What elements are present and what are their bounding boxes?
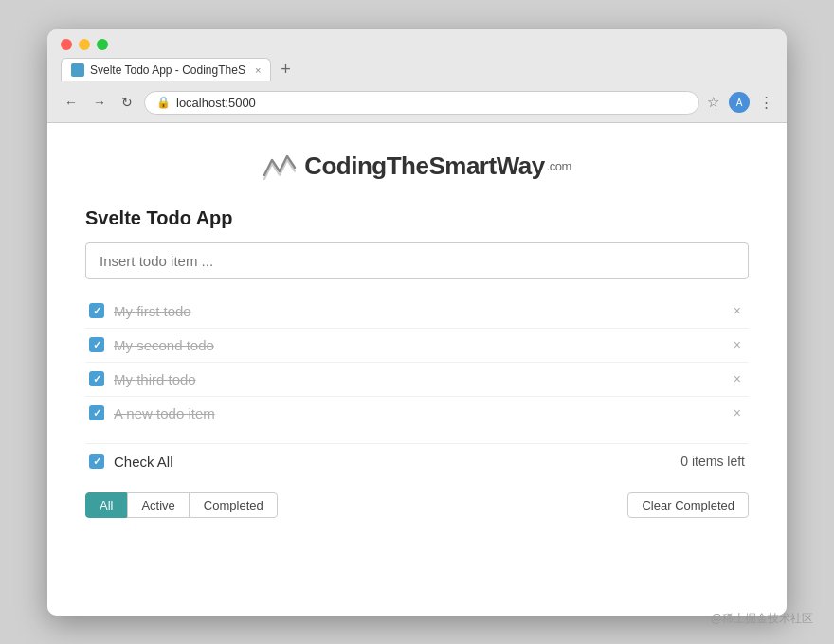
logo-com: .com	[547, 159, 571, 173]
filter-buttons: All Active Completed	[85, 492, 278, 518]
tab-favicon	[71, 63, 84, 77]
todo-checkbox-1[interactable]: ✓	[89, 303, 104, 318]
todo-item: ✓ My third todo ×	[85, 363, 749, 397]
items-left: 0 items left	[680, 454, 745, 469]
user-avatar[interactable]: A	[729, 92, 750, 113]
bookmark-icon[interactable]: ☆	[707, 94, 719, 111]
clear-completed-button[interactable]: Clear Completed	[627, 492, 749, 518]
refresh-button[interactable]: ↻	[118, 93, 136, 112]
todo-item: ✓ My first todo ×	[85, 295, 749, 329]
todo-footer: ✓ Check All 0 items left	[85, 443, 749, 479]
todo-delete-3[interactable]: ×	[730, 371, 745, 386]
todo-checkbox-4[interactable]: ✓	[89, 405, 104, 420]
todo-checkbox-2[interactable]: ✓	[89, 337, 104, 352]
todo-input[interactable]	[86, 243, 748, 278]
check-all-checkmark: ✓	[93, 456, 101, 468]
todo-delete-1[interactable]: ×	[730, 303, 745, 318]
minimize-button[interactable]	[79, 39, 90, 50]
logo-icon	[263, 152, 297, 181]
address-bar: ← → ↻ 🔒 localhost:5000 ☆ A ⋮	[61, 87, 773, 115]
forward-button[interactable]: →	[89, 93, 110, 112]
logo: CodingTheSmartWay.com	[263, 152, 571, 181]
todo-delete-4[interactable]: ×	[730, 405, 745, 420]
todo-checkbox-3[interactable]: ✓	[89, 371, 104, 386]
maximize-button[interactable]	[97, 39, 108, 50]
filter-all-button[interactable]: All	[85, 492, 127, 518]
todo-label-3: My third todo	[114, 371, 720, 387]
todo-item: ✓ My second todo ×	[85, 329, 749, 363]
browser-content: CodingTheSmartWay.com Svelte Todo App ✓ …	[47, 123, 787, 616]
tab-close-icon[interactable]: ×	[255, 64, 261, 76]
close-button[interactable]	[61, 39, 72, 50]
tab-bar: Svelte Todo App - CodingTheS × +	[61, 58, 773, 81]
tab-title: Svelte Todo App - CodingTheS	[90, 63, 245, 77]
url-display: localhost:5000	[176, 96, 256, 110]
todo-label-1: My first todo	[114, 303, 720, 319]
traffic-lights	[61, 39, 773, 50]
new-tab-button[interactable]: +	[277, 60, 295, 80]
todo-delete-2[interactable]: ×	[730, 337, 745, 352]
lock-icon: 🔒	[156, 96, 171, 109]
check-all-label: Check All	[114, 454, 680, 470]
title-bar: Svelte Todo App - CodingTheS × + ← → ↻ 🔒…	[47, 29, 787, 123]
check-all-checkbox[interactable]: ✓	[89, 454, 104, 469]
checkmark-1: ✓	[93, 305, 101, 317]
filter-completed-button[interactable]: Completed	[190, 492, 278, 518]
back-button[interactable]: ←	[61, 93, 82, 112]
checkmark-2: ✓	[93, 339, 101, 351]
logo-area: CodingTheSmartWay.com	[85, 152, 749, 181]
todo-label-4: A new todo item	[114, 405, 720, 421]
browser-window: Svelte Todo App - CodingTheS × + ← → ↻ 🔒…	[47, 29, 787, 616]
browser-menu-icon[interactable]: ⋮	[759, 94, 773, 111]
checkmark-3: ✓	[93, 373, 101, 385]
address-right-controls: ☆ A ⋮	[707, 92, 773, 113]
checkmark-4: ✓	[93, 407, 101, 420]
todo-item: ✓ A new todo item ×	[85, 397, 749, 430]
filter-active-button[interactable]: Active	[127, 492, 189, 518]
address-input[interactable]: 🔒 localhost:5000	[144, 91, 699, 115]
active-tab[interactable]: Svelte Todo App - CodingTheS ×	[61, 58, 271, 81]
todo-label-2: My second todo	[114, 337, 720, 353]
watermark: @稀土掘金技术社区	[711, 611, 813, 627]
todo-list: ✓ My first todo × ✓ My second todo × ✓ M…	[85, 295, 749, 430]
filter-bar: All Active Completed Clear Completed	[85, 492, 749, 518]
logo-brand: CodingTheSmartWay	[304, 152, 544, 181]
app-title: Svelte Todo App	[85, 207, 749, 229]
todo-input-wrapper[interactable]	[85, 242, 749, 279]
